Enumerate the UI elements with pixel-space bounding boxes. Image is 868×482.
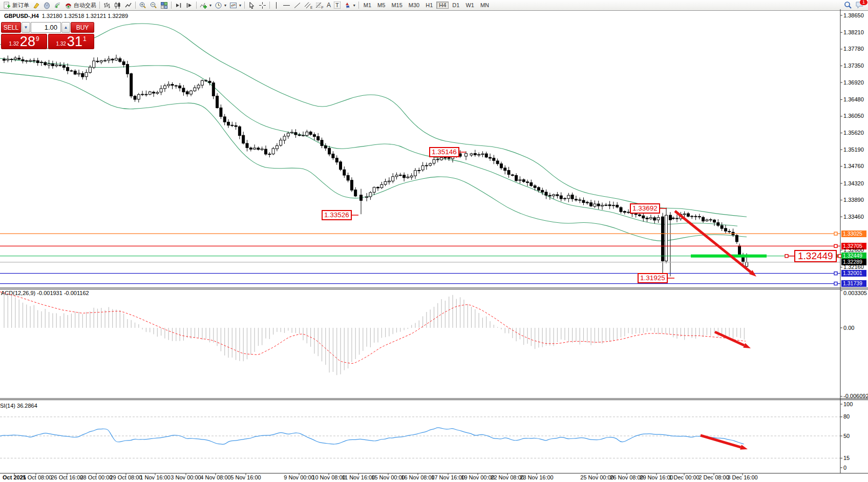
candle-body <box>421 166 424 170</box>
chart-canvas[interactable] <box>0 0 868 482</box>
candle-body <box>137 95 140 99</box>
price-line-badge: 1.31739 <box>841 280 866 287</box>
candle-body <box>575 199 577 200</box>
candle-body <box>724 228 727 231</box>
candle-body <box>440 158 443 160</box>
candle-body <box>265 149 267 154</box>
candle-body <box>360 195 363 201</box>
candle-body <box>534 186 536 188</box>
candle-body <box>601 205 604 206</box>
candle-body <box>702 217 705 221</box>
price-tick-label: 1.36050 <box>843 113 864 119</box>
candle-body <box>306 132 308 136</box>
candle-body <box>653 218 656 220</box>
candle-body <box>317 136 320 140</box>
time-axis-label: 10 Nov 08:00 <box>312 475 345 480</box>
macd-axis-label: -0.006092 <box>843 393 868 399</box>
candle-body <box>343 170 346 175</box>
candle-body <box>287 133 289 136</box>
price-tick-label: 1.38210 <box>843 30 864 35</box>
candle-body <box>212 83 215 96</box>
candle-body <box>594 204 596 206</box>
candle-body <box>571 195 574 199</box>
candle-body <box>89 67 91 72</box>
buy-price-display[interactable]: 1.32311 <box>48 34 94 49</box>
candle-body <box>108 59 110 60</box>
candle-body <box>208 81 211 82</box>
price-line-badge: 1.32001 <box>841 270 866 277</box>
price-annotation: 1.35146 <box>429 147 459 157</box>
candle-body <box>335 158 338 162</box>
price-tick-label: 1.32160 <box>843 264 864 270</box>
candle-body <box>283 136 286 140</box>
candle-body <box>564 198 566 199</box>
buy-price-big: 31 <box>67 34 82 49</box>
candle-body <box>746 262 748 266</box>
candle-body <box>436 159 439 160</box>
sell-price-sup: 9 <box>36 35 39 43</box>
candle-body <box>713 220 716 222</box>
macd-axis-label: 0.003305 <box>843 290 867 296</box>
candle-body <box>171 85 174 86</box>
time-axis-label: 19 Nov 00:00 <box>461 475 494 480</box>
macd-signal-line <box>0 292 746 364</box>
candle-body <box>706 220 708 221</box>
candle-body <box>29 60 32 61</box>
candle-body <box>44 62 47 65</box>
candle-body <box>507 171 510 175</box>
time-axis-label: 3 Nov 00:00 <box>171 475 201 480</box>
rsi-axis-label: 15 <box>843 455 850 461</box>
candle-body <box>504 168 506 171</box>
candle-body <box>238 127 241 135</box>
candle-body <box>526 182 529 183</box>
rsi-axis-label: 0 <box>843 465 846 471</box>
candle-body <box>623 212 626 213</box>
candle-body <box>201 80 203 85</box>
candle-body <box>276 145 278 149</box>
volume-increase-button[interactable]: ▲ <box>61 22 70 33</box>
hline-handle <box>834 244 837 247</box>
candle-body <box>616 205 619 207</box>
candle-body <box>160 89 162 92</box>
sell-price-small: 1.32 <box>9 41 18 47</box>
candle-body <box>268 154 271 155</box>
price-tick-label: 1.38650 <box>843 13 864 18</box>
candle-body <box>163 86 166 89</box>
price-line-badge: 1.32449 <box>841 253 866 259</box>
candle-body <box>59 65 61 66</box>
candle-body <box>332 154 334 158</box>
sell-price-display[interactable]: 1.32289 <box>1 34 47 49</box>
sell-button[interactable]: SELL <box>1 22 21 33</box>
candle-body <box>369 193 372 197</box>
candle-body <box>179 86 181 88</box>
candle-body <box>662 217 664 261</box>
volume-input[interactable]: 1.00 <box>31 22 61 33</box>
candle-body <box>231 125 234 125</box>
candle-body <box>496 161 499 164</box>
candle-body <box>657 217 660 220</box>
annotation-handle <box>785 255 788 258</box>
candle-body <box>7 59 9 60</box>
candle-body <box>433 159 435 163</box>
candle-body <box>149 92 151 94</box>
candle-body <box>410 176 413 177</box>
candle-body <box>649 218 652 219</box>
candle-body <box>676 218 679 219</box>
price-tick-label: 1.37350 <box>843 63 864 69</box>
buy-button[interactable]: BUY <box>71 22 94 33</box>
candle-body <box>122 61 125 65</box>
time-axis-label: 1 Nov 16:00 <box>140 475 170 480</box>
price-annotation: 1.33526 <box>322 210 352 220</box>
time-axis-label: 17 Nov 16:00 <box>431 475 464 480</box>
candle-body <box>698 216 701 217</box>
candle-body <box>694 216 697 217</box>
volume-decrease-button[interactable]: ▼ <box>22 22 30 33</box>
candle-body <box>186 92 188 94</box>
candle-body <box>721 225 723 228</box>
time-axis-label: 4 Nov 08:00 <box>200 475 230 480</box>
candle-body <box>380 184 383 187</box>
candle-body <box>253 148 256 149</box>
candle-body <box>579 200 581 200</box>
candle-body <box>145 94 147 95</box>
candle-body <box>298 135 301 135</box>
